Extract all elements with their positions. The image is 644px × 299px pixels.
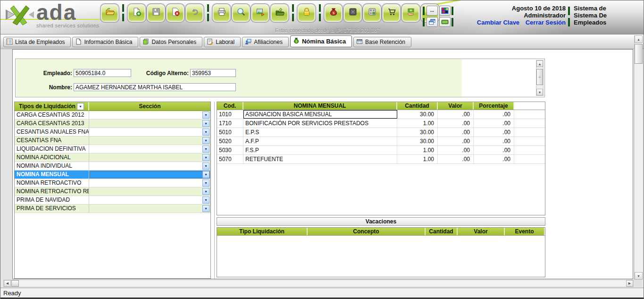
liquidation-type-cell[interactable]: NOMINA ADICIONAL <box>15 154 89 162</box>
valor-cell[interactable]: .00 <box>438 155 474 163</box>
tab-informacion-basica[interactable]: Información Básica <box>72 37 138 47</box>
liquidation-row[interactable]: CARGA CESANTIAS 2013▼ <box>15 120 210 128</box>
liquidation-type-cell[interactable]: CESANTIAS ANUALES FNA <box>15 128 89 136</box>
tab-laboral[interactable]: Laboral <box>204 37 241 47</box>
concepto-cell[interactable]: RETEFUENTE <box>243 155 397 163</box>
tab-base-retencion[interactable]: Base Retención <box>353 37 411 47</box>
tab-afiliaciones[interactable]: Afiliaciones <box>242 37 289 47</box>
liquidation-row[interactable]: NOMINA INDIVIDUAL▼ <box>15 162 210 171</box>
section-dropdown-button[interactable]: ▼ <box>202 111 209 119</box>
lock-button[interactable] <box>298 5 315 21</box>
valor-cell[interactable]: .00 <box>438 119 474 128</box>
section-dropdown-button[interactable]: ▼ <box>202 145 209 153</box>
liquidation-type-cell[interactable]: CESANTIAS FNA <box>15 137 89 145</box>
cantidad-cell[interactable]: 30.00 <box>397 110 438 119</box>
import-folder-button[interactable] <box>271 5 288 21</box>
scroll-right-button[interactable]: ▶ <box>626 280 633 287</box>
nomina-row[interactable]: 1710BONIFICACIÓN POR SERVICIOS PRESTADOS… <box>217 119 545 128</box>
section-dropdown-button[interactable]: ▼ <box>202 162 209 170</box>
liquidation-row[interactable]: LIQUIDACION DEFINITIVA▼ <box>15 145 210 154</box>
liquidation-row[interactable]: CESANTIAS FNA▼ <box>15 137 210 145</box>
scrollbar-thumb[interactable] <box>635 44 643 64</box>
section-dropdown-button[interactable]: ▼ <box>202 137 209 144</box>
cantidad-cell[interactable]: 30.00 <box>397 137 438 145</box>
nomina-row[interactable]: 5010E.P.S30.00.00.00 <box>217 128 545 137</box>
porcentaje-cell[interactable]: .00 <box>474 119 514 128</box>
scroll-down-button[interactable]: ▼ <box>536 89 543 95</box>
section-combobox[interactable]: ▼ <box>89 171 210 179</box>
liquidation-type-cell[interactable]: NOMINA RETROACTIVO <box>15 179 89 187</box>
employee-field[interactable] <box>74 69 131 77</box>
concepto-cell[interactable]: BONIFICACIÓN POR SERVICIOS PRESTADOS <box>243 119 397 128</box>
filter-dropdown-button[interactable]: ▼ <box>77 103 84 110</box>
nomina-row[interactable]: 5070RETEFUENTE1.00.00.00 <box>217 155 545 164</box>
undo-button[interactable] <box>186 5 203 21</box>
scroll-left-button[interactable]: ◀ <box>4 280 11 287</box>
liquidation-row[interactable]: NOMINA RETROACTIVO RETI▼ <box>15 188 210 196</box>
scrollbar-thumb[interactable]: ≡ <box>536 69 543 85</box>
liquidation-row[interactable]: CARGA CESANTIAS 2012▼ <box>15 111 210 120</box>
section-dropdown-button[interactable]: ▼ <box>202 171 209 178</box>
safe-button[interactable] <box>344 5 361 21</box>
porcentaje-cell[interactable]: .00 <box>474 137 514 145</box>
liquidation-row[interactable]: NOMINA MENSUAL▼ <box>15 171 210 179</box>
cash-keyboard-button[interactable] <box>439 17 451 27</box>
money-bag-button[interactable]: $ <box>325 5 342 21</box>
tab-nomina-basica[interactable]: $Nómina Básica <box>290 35 352 47</box>
liquidation-type-cell[interactable]: LIQUIDACION DEFINITIVA <box>15 145 89 153</box>
more-button[interactable]: ... <box>427 6 438 16</box>
section-combobox[interactable]: ▼ <box>89 196 210 204</box>
payment-button[interactable] <box>402 5 419 21</box>
alt-code-field[interactable] <box>190 69 236 77</box>
valor-cell[interactable]: .00 <box>438 110 474 119</box>
liquidation-type-cell[interactable]: CARGA CESANTIAS 2013 <box>15 120 89 128</box>
section-combobox[interactable]: ▼ <box>89 188 210 196</box>
liquidation-row[interactable]: CESANTIAS ANUALES FNA▼ <box>15 128 210 137</box>
section-dropdown-button[interactable]: ▼ <box>202 179 209 187</box>
porcentaje-cell[interactable]: .00 <box>474 128 514 137</box>
valor-cell[interactable]: .00 <box>438 146 474 154</box>
cod-cell[interactable]: 5010 <box>217 128 243 137</box>
cantidad-cell[interactable]: 1.00 <box>397 146 438 154</box>
cod-cell[interactable]: 1010 <box>217 110 243 119</box>
section-combobox[interactable]: ▼ <box>89 179 210 187</box>
cantidad-cell[interactable]: 30.00 <box>397 128 438 137</box>
cod-cell[interactable]: 1710 <box>217 119 243 128</box>
system-colors-button[interactable] <box>439 6 451 16</box>
concepto-cell[interactable]: F.S.P <box>243 146 397 154</box>
cod-cell[interactable]: 5070 <box>217 155 243 163</box>
porcentaje-cell[interactable]: .00 <box>474 146 514 154</box>
section-combobox[interactable]: ▼ <box>89 145 210 153</box>
scrollbar-thumb[interactable] <box>11 280 19 287</box>
scroll-up-button[interactable]: ▲ <box>635 35 643 43</box>
section-dropdown-button[interactable]: ▼ <box>202 188 209 195</box>
scroll-up-button[interactable]: ▲ <box>536 60 543 67</box>
section-combobox[interactable]: ▼ <box>89 137 210 145</box>
nomina-row[interactable]: 5030F.S.P1.00.00.00 <box>217 146 545 155</box>
section-combobox[interactable]: ▼ <box>89 120 210 128</box>
section-dropdown-button[interactable]: ▼ <box>202 196 209 204</box>
section-dropdown-button[interactable]: ▼ <box>202 120 209 127</box>
liquidation-row[interactable]: PRIMA DE NAVIDAD▼ <box>15 196 210 205</box>
valor-cell[interactable]: .00 <box>438 128 474 137</box>
section-dropdown-button[interactable]: ▼ <box>202 205 209 212</box>
liquidation-type-cell[interactable]: NOMINA RETROACTIVO RETI <box>15 188 89 196</box>
cod-cell[interactable]: 5030 <box>217 146 243 154</box>
liquidation-row[interactable]: NOMINA ADICIONAL▼ <box>15 154 210 162</box>
section-combobox[interactable]: ▼ <box>89 154 210 162</box>
section-dropdown-button[interactable]: ▼ <box>202 154 209 161</box>
section-combobox[interactable]: ▼ <box>89 111 210 119</box>
liquidation-type-cell[interactable]: PRIMA DE NAVIDAD <box>15 196 89 204</box>
name-field[interactable] <box>74 83 236 91</box>
scroll-down-button[interactable]: ▼ <box>635 272 643 280</box>
concepto-cell[interactable]: ASIGNACION BASICA MENSUAL <box>243 110 397 119</box>
change-password-link[interactable]: Cambiar Clave <box>477 19 519 26</box>
delete-document-button[interactable] <box>167 5 184 21</box>
liquidation-row[interactable]: PRIMA DE SERVICIOS▼ <box>15 205 210 213</box>
logout-link[interactable]: Cerrar Sesión <box>526 19 566 26</box>
valor-cell[interactable]: .00 <box>438 137 474 145</box>
section-combobox[interactable]: ▼ <box>89 128 210 136</box>
new-document-button[interactable] <box>128 5 145 21</box>
liquidation-row[interactable]: NOMINA RETROACTIVO▼ <box>15 179 210 188</box>
nomina-row[interactable]: 1010ASIGNACION BASICA MENSUAL30.00.00.00 <box>217 110 545 119</box>
